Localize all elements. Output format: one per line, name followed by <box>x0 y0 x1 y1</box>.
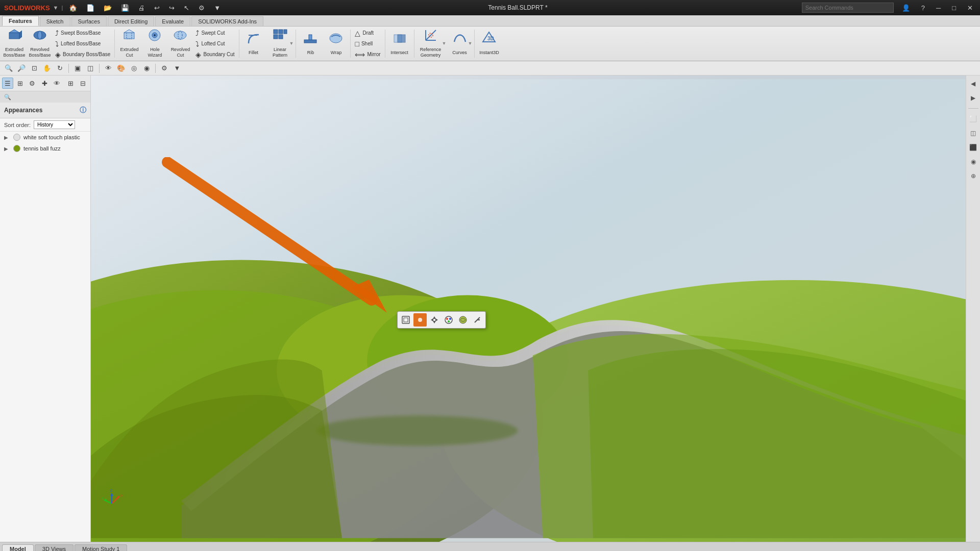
user-icon[interactable]: 👤 <box>899 4 913 12</box>
open-icon[interactable]: 📂 <box>101 4 115 12</box>
mirror-button[interactable]: ⟺ Mirror <box>353 49 382 60</box>
panel-secondary-toolbar: 🔍 <box>0 91 90 103</box>
home-icon[interactable]: 🏠 <box>66 4 80 12</box>
viewport[interactable]: X Y Z <box>91 76 966 542</box>
hole-wizard-button[interactable]: HoleWizard <box>142 28 167 58</box>
tab-sketch[interactable]: Sketch <box>40 16 70 26</box>
pan-icon[interactable]: ✋ <box>41 63 53 74</box>
float-pin-btn[interactable] <box>471 313 484 327</box>
appearance-item-1[interactable]: ▶ tennis ball fuzz <box>0 143 90 154</box>
search-input[interactable] <box>802 3 894 13</box>
edit-appearance-icon[interactable]: 🎨 <box>115 63 127 74</box>
rib-button[interactable]: Rib <box>298 28 323 58</box>
property-manager-btn[interactable]: ⊞ <box>14 78 26 89</box>
extruded-cut-button[interactable]: ExtrudedCut <box>117 28 141 58</box>
svg-line-57 <box>104 500 112 504</box>
panel-options-btn[interactable]: ⊞ <box>65 78 76 89</box>
float-move-btn[interactable] <box>428 313 441 327</box>
scene-icon[interactable]: ◉ <box>141 63 152 74</box>
tab-model[interactable]: Model <box>2 544 34 551</box>
boundary-cut-button[interactable]: ◈ Boundary Cut <box>193 49 236 60</box>
instant3d-button[interactable]: 3D Instant3D <box>477 28 501 58</box>
feature-tree-btn[interactable]: ☰ <box>2 78 13 89</box>
print-icon[interactable]: 🖨 <box>135 4 148 12</box>
zoom-to-fit-icon[interactable]: 🔍 <box>3 63 14 74</box>
options-icon[interactable]: ▼ <box>211 4 224 12</box>
shell-button[interactable]: □ Shell <box>353 39 382 49</box>
right-expand-btn[interactable]: ▶ <box>967 92 979 104</box>
sort-order-select[interactable]: History Alphabetical Type <box>34 120 75 129</box>
float-color-btn[interactable] <box>442 313 455 327</box>
expand-icon-1[interactable]: ▶ <box>4 146 10 152</box>
tab-addins[interactable]: SOLIDWORKS Add-Ins <box>191 16 263 26</box>
extruded-boss-button[interactable]: ExtrudedBoss/Base <box>2 28 27 58</box>
help-icon[interactable]: ? <box>918 4 928 12</box>
zoom-box-icon[interactable]: ⊡ <box>29 63 40 74</box>
right-collapse-btn[interactable]: ◀ <box>967 78 979 90</box>
appearances-help-icon[interactable]: ⓘ <box>80 106 86 115</box>
hole-wizard-icon <box>147 28 162 46</box>
extruded-cut-label: ExtrudedCut <box>120 47 138 58</box>
right-panel-btn-3[interactable]: ⬛ <box>967 141 979 154</box>
display-style-icon[interactable]: ◫ <box>85 63 96 74</box>
swept-cut-button[interactable]: ⤴ Swept Cut <box>193 28 236 38</box>
svg-marker-60 <box>110 493 113 496</box>
maximize-button[interactable]: □ <box>949 4 959 12</box>
tab-3d-views[interactable]: 3D Views <box>35 544 74 551</box>
tab-evaluate[interactable]: Evaluate <box>155 16 190 26</box>
tab-motion-study[interactable]: Motion Study 1 <box>75 544 127 551</box>
tab-direct-editing[interactable]: Direct Editing <box>108 16 154 26</box>
curves-dropdown[interactable]: ▼ <box>468 41 473 46</box>
config-manager-btn[interactable]: ⚙ <box>27 78 38 89</box>
dim-expert-btn[interactable]: ✚ <box>39 78 50 89</box>
minimize-button[interactable]: ─ <box>933 4 944 12</box>
right-panel-btn-4[interactable]: ◉ <box>967 156 979 168</box>
svg-marker-56 <box>117 496 119 499</box>
close-button[interactable]: ✕ <box>964 4 976 12</box>
more-icon[interactable]: ▼ <box>172 63 183 74</box>
revolved-boss-button[interactable]: RevolvedBoss/Base <box>28 28 52 58</box>
draft-button[interactable]: △ Draft <box>353 28 382 38</box>
settings-icon[interactable]: ⚙ <box>195 4 208 12</box>
selection-icon[interactable]: ↖ <box>181 4 192 12</box>
intersect-button[interactable]: Intersect <box>387 28 412 58</box>
panel-grid-btn[interactable]: ⊟ <box>77 78 88 89</box>
select-filter-icon[interactable]: ▣ <box>72 63 83 74</box>
lofted-cut-button[interactable]: ⤵ Lofted Cut <box>193 39 236 49</box>
appearance-item-0[interactable]: ▶ white soft touch plastic <box>0 132 90 143</box>
undo-icon[interactable]: ↩ <box>151 4 163 12</box>
float-appearance-btn[interactable] <box>413 313 427 327</box>
float-select-btn[interactable] <box>399 313 412 327</box>
fillet-label: Fillet <box>249 50 258 56</box>
search-appearances-btn[interactable]: 🔍 <box>2 91 13 103</box>
reference-geometry-button[interactable]: ReferenceGeometry <box>416 28 445 58</box>
new-icon[interactable]: 📄 <box>83 4 97 12</box>
title-left: SOLIDWORKS ▼ | 🏠 📄 📂 💾 🖨 ↩ ↪ ↖ ⚙ ▼ <box>4 4 224 12</box>
revolved-cut-button[interactable]: RevolvedCut <box>168 28 192 58</box>
swept-boss-button[interactable]: ⤴ Swept Boss/Base <box>53 28 112 38</box>
render-icon[interactable]: ◎ <box>128 63 139 74</box>
svg-rect-23 <box>398 35 405 42</box>
display-manager-btn[interactable]: 👁 <box>51 78 62 89</box>
hide-show-icon[interactable]: 👁 <box>103 63 114 74</box>
fillet-button[interactable]: Fillet <box>241 28 266 58</box>
boundary-boss-button[interactable]: ◈ Boundary Boss/Base <box>53 49 112 60</box>
right-panel-btn-2[interactable]: ◫ <box>967 127 979 139</box>
redo-icon[interactable]: ↪ <box>166 4 178 12</box>
zoom-in-icon[interactable]: 🔎 <box>16 63 27 74</box>
right-panel-btn-5[interactable]: ⊕ <box>967 170 979 182</box>
lofted-cut-label: Lofted Cut <box>201 41 225 46</box>
right-panel-btn-1[interactable]: ⬜ <box>967 113 979 125</box>
rotate-icon[interactable]: ↻ <box>54 63 65 74</box>
tab-surfaces[interactable]: Surfaces <box>71 16 107 26</box>
expand-icon-0[interactable]: ▶ <box>4 135 10 140</box>
wrap-button[interactable]: Wrap <box>324 28 348 58</box>
float-texture-btn[interactable] <box>456 313 470 327</box>
wrap-label: Wrap <box>331 50 341 56</box>
ref-geometry-dropdown[interactable]: ▼ <box>442 41 447 46</box>
lofted-boss-button[interactable]: ⤵ Lofted Boss/Base <box>53 39 112 49</box>
linear-pattern-dropdown[interactable]: ▼ <box>289 41 294 46</box>
save-icon[interactable]: 💾 <box>118 4 132 12</box>
view-settings-icon[interactable]: ⚙ <box>159 63 170 74</box>
tab-features[interactable]: Features <box>2 16 39 26</box>
